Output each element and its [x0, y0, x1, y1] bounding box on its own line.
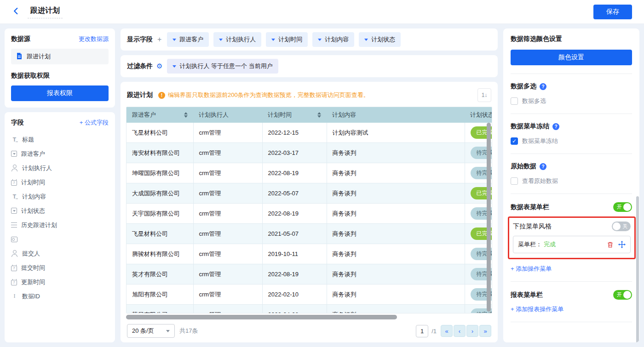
calendar-icon — [11, 280, 17, 285]
help-icon[interactable]: ? — [552, 123, 559, 130]
field-item[interactable]: 计划时间 — [11, 175, 109, 189]
move-icon[interactable] — [618, 241, 626, 248]
table-horizontal-scrollbar[interactable] — [126, 315, 397, 319]
chevron-left-icon — [12, 7, 20, 17]
table-row[interactable]: 天宇国际有限公司crm管理2022-08-19商务谈判待完成 — [126, 204, 492, 224]
cell-content: 商务谈判 — [327, 143, 465, 163]
table-vertical-scrollbar[interactable] — [487, 123, 491, 312]
field-item[interactable]: 数据ID — [11, 289, 109, 303]
table-row[interactable]: 飞星材料公司crm管理2022-12-15计划内容测试已完成 — [126, 123, 492, 143]
next-page-button[interactable]: › — [466, 325, 478, 337]
column-header: 计划执行人 — [193, 107, 262, 123]
field-item[interactable]: 提交人 — [11, 246, 109, 261]
field-item-label: 计划内容 — [22, 193, 46, 201]
add-display-field-button[interactable]: + — [157, 35, 161, 44]
gear-icon[interactable]: ⚙ — [156, 62, 162, 70]
dropdown-style-toggle[interactable]: 关 — [612, 222, 631, 231]
color-settings-heading: 数据筛选颜色设置 — [511, 35, 632, 43]
page-size-select[interactable]: 20 条/页 — [127, 324, 175, 338]
chevron-down-icon — [318, 39, 322, 41]
display-field-chip[interactable]: 计划执行人 — [213, 32, 261, 47]
menu-item-prefix: 菜单栏： — [518, 240, 542, 249]
calendar-icon — [11, 180, 17, 186]
back-button[interactable] — [11, 7, 21, 17]
page-number-input[interactable]: 1 — [416, 325, 428, 337]
datasource-item-label: 跟进计划 — [27, 52, 51, 61]
field-item[interactable]: 标题 — [11, 132, 109, 147]
multi-select-checkbox-row[interactable]: 数据多选 — [511, 97, 632, 105]
display-field-chip[interactable]: 计划时间 — [266, 32, 308, 47]
display-field-chip[interactable]: 计划状态 — [359, 32, 401, 47]
table-title: 跟进计划 — [127, 91, 153, 99]
raw-data-checkbox[interactable] — [511, 177, 518, 185]
table-row[interactable]: 飞星材料公司crm管理2021-05-07商务谈判已完成 — [126, 224, 492, 244]
sort-order-button[interactable]: 1↓ — [477, 88, 491, 102]
cell-content: 商务谈判 — [327, 204, 465, 224]
field-item[interactable]: 提交时间 — [11, 261, 109, 275]
field-item[interactable]: 跟进客户 — [11, 147, 109, 161]
table-row[interactable]: 英才有限公司crm管理2022-08-19商务谈判待完成 — [126, 264, 492, 284]
field-item[interactable]: 计划状态 — [11, 204, 109, 218]
cell-date: 2023-04-08 — [262, 305, 327, 314]
add-report-action-menu-link[interactable]: + 添加报表操作菜单 — [511, 305, 632, 313]
filter-condition-chip[interactable]: 计划执行人 等于任意一个 当前用户 — [167, 59, 278, 74]
chevron-down-icon — [271, 39, 275, 41]
column-header: 计划内容 — [327, 107, 465, 123]
display-field-chip[interactable]: 计划内容 — [312, 32, 354, 47]
select-icon — [11, 208, 17, 214]
field-item[interactable]: 计划执行人 — [11, 161, 109, 175]
menu-freeze-checkbox-row[interactable]: 数据菜单冻结 — [511, 137, 632, 145]
multi-select-checkbox[interactable] — [511, 97, 518, 105]
sort-carets-icon[interactable] — [184, 112, 188, 118]
id-icon — [11, 293, 18, 300]
sort-carets-icon[interactable] — [317, 112, 321, 118]
change-datasource-link[interactable]: 更改数据源 — [79, 35, 109, 43]
table-row[interactable]: 落日有限公司crm管理2023-04-08商务谈判待完成 — [126, 305, 492, 314]
first-page-button[interactable]: « — [441, 325, 453, 337]
column-header: 计划状态 — [465, 107, 492, 123]
add-formula-field-link[interactable]: + 公式字段 — [80, 119, 109, 127]
table-row[interactable]: 坤曜国际有限公司crm管理2022-08-19商务谈判待完成 — [126, 163, 492, 183]
filter-label: 过滤条件 — [127, 62, 153, 70]
color-settings-button[interactable]: 颜色设置 — [511, 50, 632, 65]
prev-page-button[interactable]: ‹ — [454, 325, 466, 337]
trash-icon[interactable] — [607, 241, 614, 248]
cell-date: 2019-10-11 — [262, 244, 327, 264]
table-menu-toggle[interactable]: 开 — [613, 202, 632, 212]
menu-bar-item[interactable]: 菜单栏： 完成 — [513, 236, 631, 253]
field-item[interactable]: 计划内容 — [11, 189, 109, 204]
menu-freeze-checkbox[interactable] — [511, 137, 518, 145]
page-title[interactable]: 跟进计划 — [28, 5, 63, 18]
datasource-item[interactable]: 跟进计划 — [11, 49, 109, 64]
datasource-card: 数据源 更改数据源 跟进计划 数据获取权限 报表权限 — [5, 28, 115, 108]
total-count: 共17条 — [179, 327, 198, 335]
field-item[interactable]: 更新时间 — [11, 275, 109, 289]
save-button[interactable]: 保存 — [593, 5, 632, 19]
raw-data-checkbox-row[interactable]: 查看原始数据 — [511, 177, 632, 185]
chevron-down-icon — [364, 39, 368, 41]
report-permission-button[interactable]: 报表权限 — [11, 85, 109, 101]
cell-content: 商务谈判 — [327, 244, 465, 264]
panel-scrollbar[interactable] — [636, 196, 639, 342]
report-menu-toggle[interactable]: 开 — [613, 290, 632, 300]
chip-label: 跟进客户 — [179, 35, 203, 44]
display-field-chip[interactable]: 跟进客户 — [167, 32, 209, 47]
menu-item-value: 完成 — [544, 240, 556, 249]
column-header[interactable]: 计划时间 — [262, 107, 327, 123]
last-page-button[interactable]: » — [479, 325, 491, 337]
table-row[interactable]: 旭阳有限公司crm管理2022-02-10商务谈判待完成 — [126, 284, 492, 305]
help-icon[interactable]: ? — [540, 83, 546, 90]
text-icon — [11, 193, 18, 200]
add-action-menu-link[interactable]: + 添加操作菜单 — [511, 265, 632, 273]
cell-date: 2022-02-10 — [262, 284, 327, 305]
column-header[interactable]: 跟进客户 — [126, 107, 193, 123]
cell-executor: crm管理 — [193, 143, 262, 163]
table-row[interactable]: 腾骏材料有限公司crm管理2019-10-11商务谈判待完成 — [126, 244, 492, 264]
field-item-label: 标题 — [22, 136, 34, 144]
menu-freeze-heading: 数据菜单冻结 — [511, 122, 549, 131]
table-row[interactable]: 海安材料有限公司crm管理2022-03-17商务谈判待完成 — [126, 143, 492, 163]
help-icon[interactable]: ? — [540, 163, 546, 170]
table-row[interactable]: 大成国际有限公司crm管理2022-05-07商务谈判已完成 — [126, 183, 492, 204]
field-item[interactable]: 历史跟进计划 — [11, 218, 109, 232]
field-item[interactable] — [11, 232, 109, 246]
